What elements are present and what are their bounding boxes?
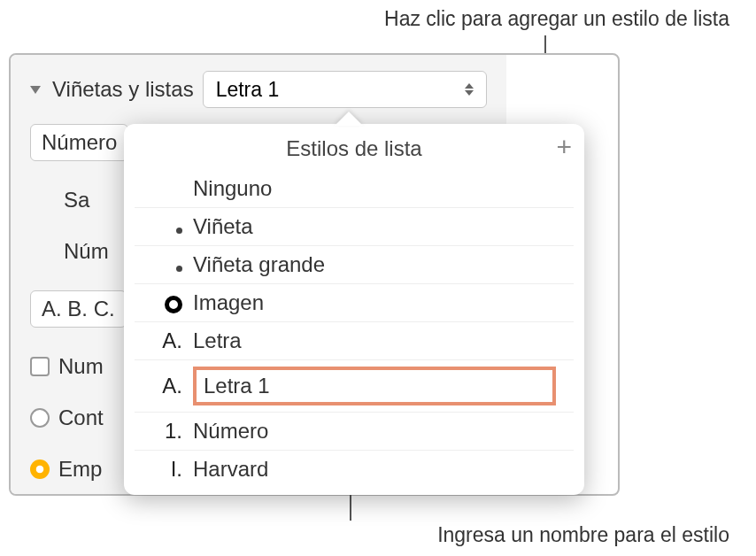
tiered-numbers-checkbox[interactable]: [30, 357, 50, 376]
list-style-label: Letra: [193, 328, 556, 353]
popover-title: Estilos de lista: [286, 136, 421, 160]
list-style-label: Harvard: [193, 457, 556, 482]
list-style-label: Viñeta grande: [193, 252, 556, 277]
letter-marker: A.: [152, 328, 182, 353]
truncated-start-label: Emp: [58, 457, 102, 482]
list-style-label: Viñeta: [193, 214, 556, 239]
list-style-item-bullet[interactable]: Viñeta: [135, 207, 574, 245]
start-from-radio[interactable]: [30, 459, 50, 479]
add-list-style-button[interactable]: +: [556, 134, 572, 160]
truncated-continue-label: Cont: [58, 405, 104, 430]
callout-enter-name: Ingresa un nombre para el estilo: [437, 523, 729, 547]
bullet-icon: [152, 214, 182, 239]
list-style-selected-value: Letra 1: [216, 78, 280, 102]
list-style-item-image[interactable]: Imagen: [135, 283, 574, 321]
truncated-format-select[interactable]: A. B. C.: [30, 290, 127, 328]
list-style-label: Número: [193, 419, 556, 444]
list-style-item-none[interactable]: Ninguno: [135, 170, 574, 207]
list-style-item-harvard[interactable]: I. Harvard: [135, 450, 574, 488]
truncated-tiered-label: Num: [58, 354, 104, 379]
number-marker: 1.: [152, 419, 182, 444]
callout-add-style: Haz clic para agregar un estilo de lista: [115, 7, 729, 31]
disclosure-triangle-icon[interactable]: [30, 86, 41, 94]
list-style-item-number[interactable]: 1. Número: [135, 412, 574, 450]
letter-marker: A.: [152, 374, 182, 398]
image-marker-icon: [152, 290, 182, 315]
truncated-number-select[interactable]: Número: [30, 124, 128, 161]
continue-radio[interactable]: [30, 408, 50, 428]
list-styles-popover: Estilos de lista + Ninguno Viñeta Viñeta…: [124, 124, 584, 495]
roman-marker: I.: [152, 457, 182, 482]
list-style-item-letter[interactable]: A. Letra: [135, 321, 574, 359]
list-style-label: Imagen: [193, 290, 556, 315]
popover-header: Estilos de lista +: [124, 124, 584, 170]
list-style-label: Ninguno: [193, 176, 556, 201]
style-list: Ninguno Viñeta Viñeta grande Imagen A. L…: [124, 170, 584, 495]
bullets-lists-section: Viñetas y listas Letra 1: [30, 71, 487, 108]
list-style-select[interactable]: Letra 1: [203, 71, 487, 108]
bullet-icon: [152, 252, 182, 277]
list-style-item-letter-1[interactable]: A.: [135, 359, 574, 412]
section-label: Viñetas y listas: [52, 77, 194, 102]
chevron-updown-icon: [465, 83, 474, 96]
new-style-name-input[interactable]: [193, 367, 556, 405]
list-style-item-big-bullet[interactable]: Viñeta grande: [135, 245, 574, 283]
